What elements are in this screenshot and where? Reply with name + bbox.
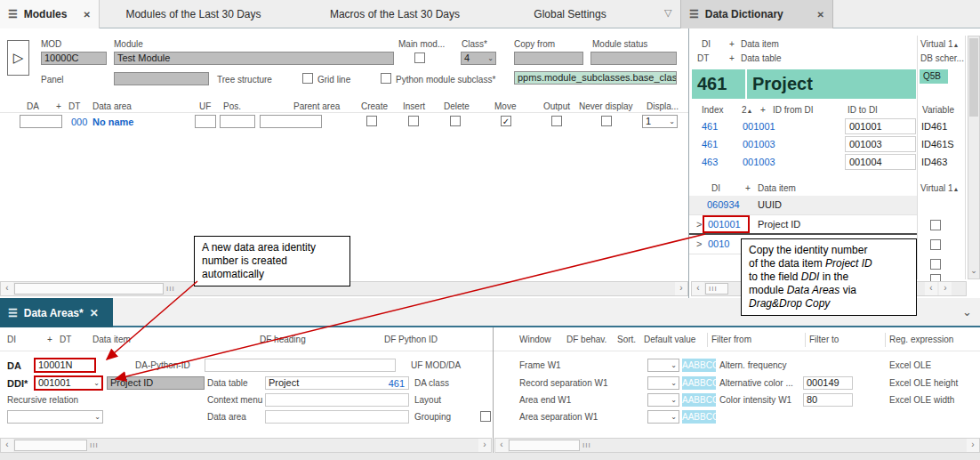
scrollbar-thumb[interactable] [14, 440, 87, 451]
col-header-di[interactable]: DI [711, 183, 720, 193]
index-cell[interactable]: 463 [702, 157, 718, 167]
item-row-uuid[interactable]: 060934 UUID [689, 196, 917, 215]
tab-modules-last-30-days[interactable]: Modules of the Last 30 Days [102, 0, 285, 28]
copy-from-input[interactable] [514, 52, 583, 65]
pos-input[interactable] [220, 115, 255, 128]
tab-data-areas[interactable]: ☰ Data Areas* ✕ [0, 298, 113, 327]
id-to-cell[interactable]: 001004 [845, 154, 916, 170]
col-header-move[interactable]: Move [494, 101, 516, 111]
output-checkbox[interactable] [551, 116, 562, 126]
item-name[interactable]: Project ID [758, 219, 800, 230]
data-areas-left-hscrollbar[interactable]: ‹ III › [0, 438, 492, 453]
scroll-right-button[interactable]: › [478, 439, 491, 452]
col-header-parent-area[interactable]: Parent area [293, 101, 340, 111]
delete-checkbox[interactable] [450, 116, 461, 126]
col-header-pos[interactable]: Pos. [223, 101, 241, 111]
area-separation-color-badge[interactable]: AABBCC [682, 410, 716, 424]
hamburger-icon[interactable]: ☰ [689, 8, 699, 20]
module-status-input[interactable] [590, 52, 677, 65]
data-table-id[interactable]: 461 [389, 378, 405, 390]
col-header-id-to-di[interactable]: ID to DI [847, 105, 878, 115]
context-menu-input[interactable] [265, 393, 409, 407]
db-schema-cell[interactable]: Q5B [920, 69, 948, 84]
col-header-create[interactable]: Create [361, 101, 388, 111]
index-cell[interactable]: 461 [702, 139, 718, 149]
col-header-index[interactable]: Index [702, 105, 723, 115]
run-module-button[interactable]: ▷ [7, 40, 29, 76]
expander-icon[interactable]: > [696, 219, 702, 230]
data-areas-right-hscrollbar[interactable]: ‹ III › [494, 438, 980, 453]
col-header-dt[interactable]: DT [68, 101, 80, 111]
parent-area-input[interactable] [260, 115, 322, 128]
move-checkbox[interactable]: ✓ [501, 116, 511, 126]
id-to-cell[interactable]: 001003 [845, 136, 916, 152]
scrollbar-grip[interactable]: III [166, 282, 175, 295]
scrollbar-grip[interactable]: III [90, 439, 99, 452]
tab-overflow-icon[interactable]: ▽ [664, 7, 671, 19]
scrollbar-thumb[interactable] [14, 283, 164, 295]
panel-input[interactable] [114, 72, 209, 85]
main-module-checkbox[interactable] [414, 52, 425, 63]
collapse-panel-icon[interactable]: ⌄ [962, 305, 972, 319]
tab-data-dictionary[interactable]: ☰ Data Dictionary ✕ [680, 0, 833, 28]
col-header-uf[interactable]: UF [199, 101, 211, 111]
area-end-color-badge[interactable]: AABBCC [682, 393, 716, 407]
python-subclass-input[interactable]: ppms.module_subclasses.base_clas [514, 71, 677, 85]
col-header-dt[interactable]: DT [60, 335, 71, 344]
class-select[interactable]: 4 ⌄ [461, 52, 496, 65]
panel-splitter[interactable] [493, 327, 494, 453]
frame-w1-select[interactable]: ⌄ [647, 359, 679, 372]
record-separation-color-badge[interactable]: AABBCC [682, 376, 716, 390]
id-from-cell[interactable]: 001003 [743, 139, 775, 149]
col-header-filter-to[interactable]: Filter to [809, 335, 839, 344]
di-value[interactable]: 0010 [708, 238, 729, 249]
alternative-color-input[interactable]: 000149 [803, 376, 853, 390]
col-header-df-python-id[interactable]: DF Python ID [384, 335, 438, 344]
col-header-variable[interactable]: Variable [922, 105, 954, 115]
index-cell[interactable]: 461 [702, 121, 718, 132]
col-header-virtual[interactable]: Virtual 1▲ [920, 183, 959, 193]
di-value[interactable]: 060934 [707, 199, 740, 210]
col-header-delete[interactable]: Delete [444, 101, 470, 111]
color-intensity-input[interactable]: 80 [803, 393, 853, 407]
col-header-id-from-di[interactable]: ID from DI [773, 105, 814, 115]
col-header-di[interactable]: DI [702, 39, 711, 49]
selected-dt-name-cell[interactable]: Project [747, 69, 916, 99]
da-number-input[interactable]: 10001N [34, 358, 96, 373]
hamburger-icon[interactable]: ☰ [8, 307, 18, 319]
col-header-dt[interactable]: DT [697, 53, 709, 63]
module-name-input[interactable]: Test Module [114, 52, 394, 65]
scroll-left-button[interactable]: ‹ [692, 282, 704, 295]
item-name[interactable]: UUID [758, 199, 782, 210]
col-header-plus[interactable]: + [56, 101, 61, 111]
col-header-displa[interactable]: Displa... [647, 101, 679, 111]
record-separation-select[interactable]: ⌄ [647, 376, 679, 390]
col-header-plus[interactable]: + [745, 183, 751, 193]
virtual-checkbox[interactable] [930, 259, 941, 270]
col-header-plus[interactable]: + [47, 335, 52, 344]
col-header-plus[interactable]: + [729, 53, 735, 63]
col-header-plus[interactable]: + [760, 105, 766, 115]
item-row-project-id[interactable]: > 001001 Project ID [689, 215, 917, 235]
col-header-sort[interactable]: Sort. [617, 335, 636, 344]
virtual-checkbox[interactable] [930, 239, 941, 250]
tab-macros-last-30-days[interactable]: Macros of the Last 30 Days [301, 0, 489, 28]
close-icon[interactable]: ✕ [90, 307, 99, 319]
col-header-insert[interactable]: Insert [403, 101, 425, 111]
col-header-data-table[interactable]: Data table [741, 53, 782, 63]
col-header-default-value[interactable]: Default value [644, 335, 695, 344]
col-header-reg-expression[interactable]: Reg. expression [889, 335, 953, 344]
scroll-right-button[interactable]: › [967, 439, 979, 452]
da-python-id-input[interactable] [205, 359, 396, 372]
col-header-df-heading[interactable]: DF heading [260, 335, 306, 344]
data-table-input[interactable]: Project 461 [265, 376, 409, 390]
col-header-virtual[interactable]: Virtual 1▲ [920, 39, 959, 49]
area-end-select[interactable]: ⌄ [647, 393, 679, 407]
dictionary-vscrollbar[interactable]: ⌄ [968, 36, 980, 279]
hamburger-icon[interactable]: ☰ [8, 8, 18, 20]
scroll-down-button[interactable]: ⌄ [968, 264, 979, 278]
recursive-relation-select[interactable]: ⌄ [7, 410, 103, 424]
tab-modules[interactable]: ☰ Modules ✕ [0, 0, 100, 28]
variable-cell[interactable]: ID461S [921, 139, 954, 149]
area-separation-select[interactable]: ⌄ [647, 410, 679, 424]
